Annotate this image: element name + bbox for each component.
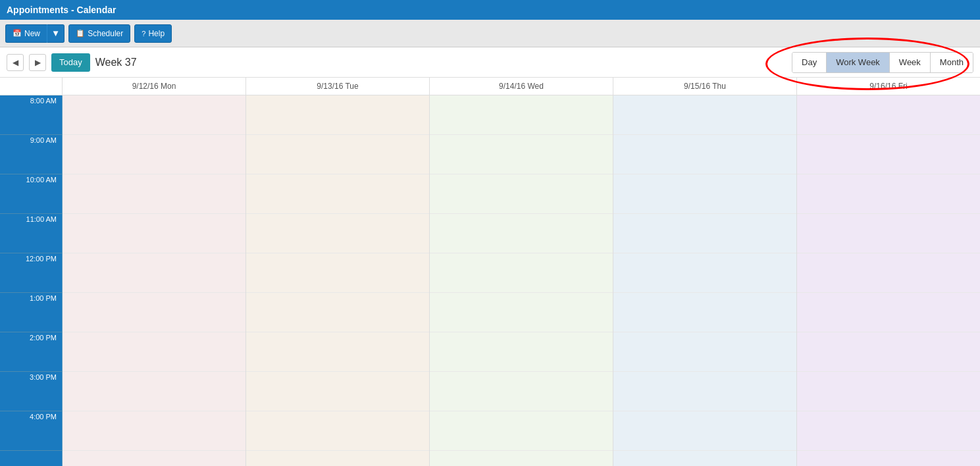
cell-fri-300[interactable] [797,372,980,411]
new-label: New [24,29,40,38]
new-button-group: 📅 New ▼ [5,24,64,43]
prev-button[interactable]: ◀ [7,54,24,71]
time-slot-300: 3:00 PM [0,372,62,411]
day-column-mon[interactable] [63,95,246,466]
scheduler-icon: 📋 [76,29,85,38]
day-column-tue[interactable] [246,95,430,466]
new-dropdown-button[interactable]: ▼ [47,24,64,43]
nav-left: ◀ ▶ Today Week 37 [7,53,137,72]
view-workweek-button[interactable]: Work Week [827,53,890,72]
cell-fri-100[interactable] [797,293,980,332]
time-slot-400: 4:00 PM [0,411,62,451]
cell-fri-800[interactable] [797,95,980,135]
time-slot-200: 2:00 PM [0,332,62,372]
time-gutter-header [0,78,63,95]
cell-wed-900[interactable] [430,135,613,174]
cell-thu-200[interactable] [613,332,796,372]
cell-mon-1200[interactable] [63,253,245,293]
calendar-header: 9/12/16 Mon 9/13/16 Tue 9/14/16 Wed 9/15… [0,78,980,95]
week-label: Week 37 [95,57,137,68]
view-buttons: Day Work Week Week Month [792,52,973,73]
cell-wed-1200[interactable] [430,253,613,293]
cell-wed-200[interactable] [430,332,613,372]
cell-tue-300[interactable] [246,372,429,411]
cell-thu-300[interactable] [613,372,796,411]
day-header-tue: 9/13/16 Tue [246,78,430,95]
time-slot-800: 8:00 AM [0,95,62,135]
cell-thu-1100[interactable] [613,214,796,253]
toolbar: 📅 New ▼ 📋 Scheduler ? Help [0,20,980,47]
cell-fri-900[interactable] [797,135,980,174]
title-text: Appointments - Calendar [7,5,116,15]
cell-tue-400[interactable] [246,411,429,451]
time-gutter: 8:00 AM 9:00 AM 10:00 AM 11:00 AM 12:00 … [0,95,63,466]
cell-mon-900[interactable] [63,135,245,174]
cell-mon-1100[interactable] [63,214,245,253]
cell-mon-800[interactable] [63,95,245,135]
day-header-wed: 9/14/16 Wed [430,78,613,95]
cell-thu-1200[interactable] [613,253,796,293]
cell-wed-400[interactable] [430,411,613,451]
time-slot-900: 9:00 AM [0,135,62,174]
cell-tue-1000[interactable] [246,174,429,214]
cell-tue-900[interactable] [246,135,429,174]
cell-tue-1200[interactable] [246,253,429,293]
cell-wed-100[interactable] [430,293,613,332]
view-day-button[interactable]: Day [792,53,827,72]
cell-fri-1000[interactable] [797,174,980,214]
day-header-thu: 9/15/16 Thu [613,78,797,95]
scheduler-label: Scheduler [88,29,123,38]
cell-wed-1000[interactable] [430,174,613,214]
time-slot-1100: 11:00 AM [0,214,62,253]
cell-mon-400[interactable] [63,411,245,451]
cell-mon-300[interactable] [63,372,245,411]
day-column-fri[interactable] [797,95,980,466]
cell-fri-1200[interactable] [797,253,980,293]
day-columns [63,95,980,466]
cell-thu-100[interactable] [613,293,796,332]
scheduler-button[interactable]: 📋 Scheduler [68,24,130,43]
today-label: Today [59,57,82,67]
cell-thu-900[interactable] [613,135,796,174]
cell-thu-800[interactable] [613,95,796,135]
view-week-button[interactable]: Week [890,53,931,72]
calendar-container: 9/12/16 Mon 9/13/16 Tue 9/14/16 Wed 9/15… [0,78,980,466]
cell-thu-400[interactable] [613,411,796,451]
cell-mon-100[interactable] [63,293,245,332]
time-slot-100: 1:00 PM [0,293,62,332]
cell-thu-1000[interactable] [613,174,796,214]
time-slot-1200: 12:00 PM [0,253,62,293]
view-buttons-container: Day Work Week Week Month [792,52,973,73]
cell-wed-300[interactable] [430,372,613,411]
help-label: Help [148,29,165,38]
cell-tue-800[interactable] [246,95,429,135]
cell-tue-200[interactable] [246,332,429,372]
new-icon: 📅 [13,29,22,38]
cell-tue-100[interactable] [246,293,429,332]
time-slot-1000: 10:00 AM [0,174,62,214]
help-button[interactable]: ? Help [134,24,172,43]
help-icon: ? [142,30,145,38]
title-bar: Appointments - Calendar [0,0,980,20]
day-header-fri: 9/16/16 Fri [797,78,980,95]
view-month-button[interactable]: Month [931,53,973,72]
day-column-wed[interactable] [430,95,613,466]
nav-bar: ◀ ▶ Today Week 37 Day Work Week Week Mon… [0,47,980,78]
cell-tue-1100[interactable] [246,214,429,253]
day-column-thu[interactable] [613,95,797,466]
today-button[interactable]: Today [51,53,90,72]
cell-fri-200[interactable] [797,332,980,372]
calendar-body[interactable]: 8:00 AM 9:00 AM 10:00 AM 11:00 AM 12:00 … [0,95,980,466]
cell-fri-1100[interactable] [797,214,980,253]
cell-mon-1000[interactable] [63,174,245,214]
cell-fri-400[interactable] [797,411,980,451]
cell-wed-1100[interactable] [430,214,613,253]
cell-wed-800[interactable] [430,95,613,135]
new-button[interactable]: 📅 New [5,24,47,43]
day-header-mon: 9/12/16 Mon [63,78,246,95]
next-button[interactable]: ▶ [29,54,46,71]
cell-mon-200[interactable] [63,332,245,372]
